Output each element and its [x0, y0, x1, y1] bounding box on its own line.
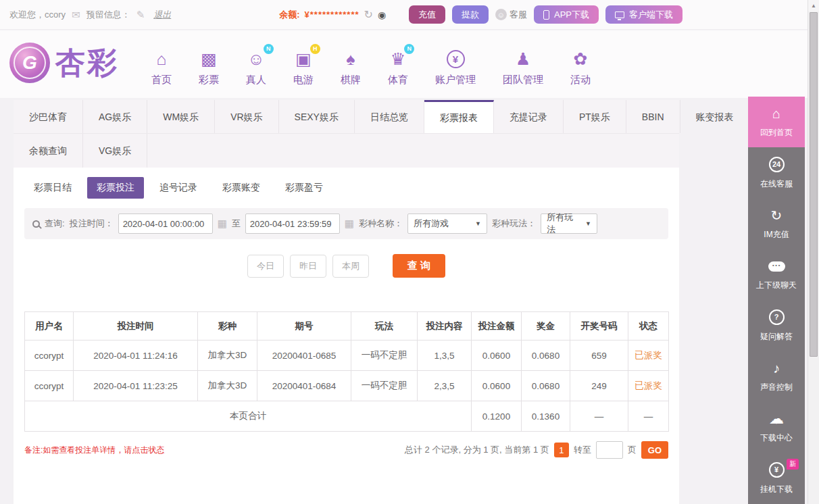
side-item-speaker[interactable]: ♪声音控制: [748, 351, 805, 402]
data-cell: 0.0680: [522, 341, 570, 371]
tab-BBIN[interactable]: BBIN: [626, 100, 680, 133]
goto-label: 转至: [574, 444, 591, 456]
nav-item-label: 活动: [570, 74, 591, 86]
service-link[interactable]: ☺ 客服: [495, 9, 527, 21]
side-item-home[interactable]: ⌂回到首页: [748, 97, 805, 147]
reserved-info-label: 预留信息：: [86, 9, 130, 21]
side-item-moneybag[interactable]: ¥挂机下载新: [748, 453, 805, 504]
data-cell: 20200401-0685: [257, 341, 351, 371]
trophy-icon: ♛N: [391, 49, 405, 69]
moneybag-icon: ¥: [769, 462, 785, 478]
subtab-彩票账变[interactable]: 彩票账变: [213, 177, 270, 199]
home-icon: ⌂: [772, 105, 780, 122]
tab-VR娱乐[interactable]: VR娱乐: [215, 100, 278, 133]
nav-item-gamepad[interactable]: ▣H电游: [293, 49, 314, 86]
nav-item-ticket[interactable]: ▩彩票: [199, 49, 219, 86]
edit-icon[interactable]: ✎: [136, 9, 145, 21]
badge-h: H: [310, 44, 320, 54]
chevron-down-icon: ▼: [475, 220, 481, 227]
yesterday-button[interactable]: 昨日: [290, 255, 326, 278]
refresh-icon[interactable]: ↻: [364, 8, 373, 21]
gift-icon: ✿: [574, 49, 588, 69]
badge-n: N: [264, 44, 274, 54]
nav-item-trophy[interactable]: ♛N体育: [388, 49, 408, 86]
logo-emblem-icon: G: [9, 43, 50, 83]
tab-沙巴体育[interactable]: 沙巴体育: [14, 100, 83, 133]
cards-icon: ♠: [346, 49, 355, 69]
client-download-label: 客户端下载: [629, 9, 673, 21]
column-header: 投注内容: [418, 312, 472, 341]
nav-item-team[interactable]: ♟团队管理: [503, 49, 543, 86]
side-item-label: 疑问解答: [760, 331, 793, 343]
subtab-彩票盈亏[interactable]: 彩票盈亏: [276, 177, 332, 199]
nav-item-person[interactable]: ☺N真人: [246, 49, 266, 86]
site-logo[interactable]: G 杏彩: [9, 43, 119, 83]
nav-item-coin[interactable]: ¥账户管理: [435, 49, 476, 86]
go-button[interactable]: GO: [641, 441, 668, 459]
mail-icon[interactable]: ✉: [72, 9, 80, 21]
search-icon: [32, 220, 40, 228]
page-unit-label: 页: [628, 444, 637, 456]
side-item-chat[interactable]: ···上下级聊天: [748, 249, 805, 300]
nav-item-cards[interactable]: ♠棋牌: [341, 49, 361, 86]
new-badge: 新: [787, 459, 799, 470]
tab-VG娱乐[interactable]: VG娱乐: [83, 134, 147, 168]
tab-SEXY娱乐[interactable]: SEXY娱乐: [279, 100, 355, 133]
table-row: ccorypt2020-04-01 11:23:25加拿大3D20200401-…: [25, 371, 669, 401]
header: G 杏彩 ⌂首页▩彩票☺N真人▣H电游♠棋牌♛N体育¥账户管理♟团队管理✿活动: [0, 30, 808, 98]
query-label: 查询:: [45, 218, 65, 230]
tab-账变报表[interactable]: 账变报表: [680, 100, 750, 133]
tab-彩票报表[interactable]: 彩票报表: [424, 100, 494, 133]
tabs-row-1: 沙巴体育AG娱乐WM娱乐VR娱乐SEXY娱乐日结总览彩票报表充提记录PT娱乐BB…: [14, 100, 679, 134]
subtab-彩票投注[interactable]: 彩票投注: [87, 177, 144, 199]
nav-item-label: 棋牌: [341, 74, 361, 86]
side-item-download[interactable]: ☁↓下载中心: [748, 402, 805, 453]
balance-area: 余额: ¥************ ↻ ◉: [279, 8, 386, 21]
service-label: 客服: [510, 9, 527, 21]
goto-page-input[interactable]: [596, 441, 623, 459]
play-select[interactable]: 所有玩法 ▼: [541, 213, 597, 234]
calendar-icon[interactable]: ▦: [218, 218, 227, 230]
tab-WM娱乐[interactable]: WM娱乐: [147, 100, 215, 133]
calendar-icon[interactable]: ▦: [345, 218, 354, 230]
scroll-up-icon[interactable]: ▲: [808, 0, 819, 11]
side-item-question[interactable]: ?疑问解答: [748, 301, 805, 351]
headset-icon: 24: [769, 157, 785, 173]
current-page-button[interactable]: 1: [554, 443, 569, 457]
recharge-button[interactable]: 充值: [409, 5, 445, 24]
subtab-彩票日结[interactable]: 彩票日结: [24, 177, 81, 199]
tab-PT娱乐[interactable]: PT娱乐: [564, 100, 626, 133]
recharge-icon: ↻: [771, 207, 783, 224]
logout-link[interactable]: 退出: [153, 9, 171, 21]
withdraw-button[interactable]: 提款: [452, 5, 489, 24]
app-download-button[interactable]: APP下载: [534, 5, 599, 24]
nav-item-home[interactable]: ⌂首页: [151, 49, 172, 86]
page-scrollbar[interactable]: ▲: [808, 0, 819, 504]
time-from-input[interactable]: [118, 213, 213, 234]
tab-余额查询[interactable]: 余额查询: [14, 134, 83, 168]
client-download-button[interactable]: 客户端下载: [605, 5, 682, 24]
column-header: 彩种: [198, 312, 257, 341]
welcome-text: 欢迎您，ccory: [9, 9, 66, 21]
table-header-row: 用户名投注时间彩种期号玩法投注内容投注金额奖金开奖号码状态: [25, 312, 669, 341]
eye-icon[interactable]: ◉: [378, 9, 386, 20]
status-cell[interactable]: 已派奖: [628, 341, 669, 371]
speaker-icon: ♪: [773, 360, 780, 376]
subtab-追号记录[interactable]: 追号记录: [150, 177, 207, 199]
nav-item-gift[interactable]: ✿活动: [570, 49, 591, 86]
scrollbar-thumb[interactable]: [810, 12, 818, 357]
home-icon: ⌂: [156, 49, 166, 69]
query-submit-button[interactable]: 查 询: [393, 254, 445, 278]
pagination-summary: 总计 2 个记录, 分为 1 页, 当前第 1 页: [405, 444, 549, 456]
this-week-button[interactable]: 本周: [332, 255, 369, 278]
tab-充提记录[interactable]: 充提记录: [494, 100, 564, 133]
game-select[interactable]: 所有游戏 ▼: [407, 213, 487, 234]
today-button[interactable]: 今日: [247, 255, 284, 278]
tab-日结总览[interactable]: 日结总览: [355, 100, 424, 133]
side-item-headset[interactable]: 24在线客服: [748, 147, 805, 198]
ticket-icon: ▩: [201, 49, 217, 69]
time-to-input[interactable]: [245, 213, 340, 234]
status-cell[interactable]: 已派奖: [628, 371, 669, 401]
side-item-recharge[interactable]: ↻IM充值: [748, 199, 805, 249]
tab-AG娱乐[interactable]: AG娱乐: [83, 100, 147, 133]
